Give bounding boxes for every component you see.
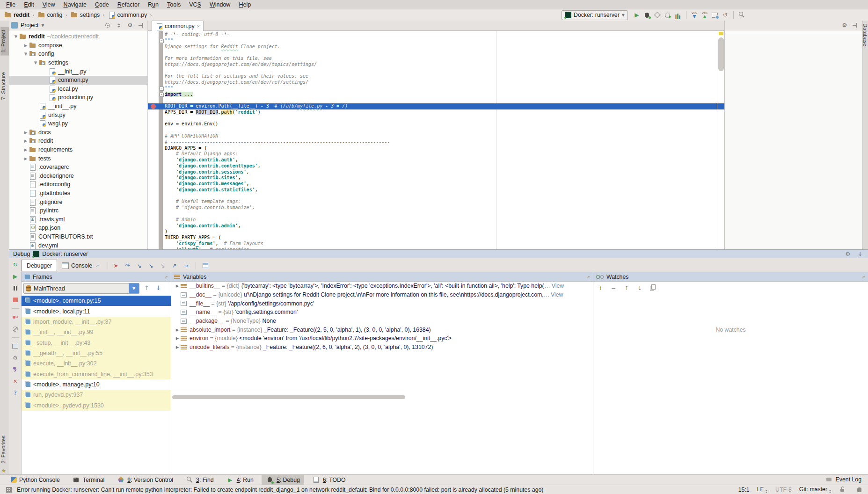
tree-item-__init__-py[interactable]: __init__.py <box>9 67 147 76</box>
tab-console[interactable]: Console ↗ <box>57 260 104 271</box>
view-breakpoints-icon[interactable] <box>11 313 20 321</box>
toolwindow-button-4-run[interactable]: ▶4: Run <box>222 475 258 485</box>
stack-frame[interactable]: _setup, __init__.py:43 <box>22 337 171 348</box>
tree-item--gitignore[interactable]: .gitignore <box>9 197 147 206</box>
tree-collapse-icon[interactable]: ▼ <box>13 34 19 39</box>
tree-item-common-py[interactable]: common.py <box>9 76 147 85</box>
menu-code[interactable]: Code <box>91 0 113 9</box>
toolwindow-button-python-console[interactable]: Python Console <box>7 475 64 485</box>
tree-expand-icon[interactable]: ▶ <box>23 156 29 161</box>
tree-item-CONTRIBUTORS-txt[interactable]: CONTRIBUTORS.txt <box>9 232 147 241</box>
help-icon[interactable]: ? <box>11 389 20 397</box>
line-ending-select[interactable]: LF <box>757 486 768 493</box>
code-editor[interactable]: # -*- coding: utf-8 -*-"""Django setting… <box>148 31 724 249</box>
stack-frame[interactable]: run, pydevd.py:937 <box>22 390 171 400</box>
fold-collapse-icon[interactable]: − <box>160 39 164 43</box>
tree-expand-icon[interactable]: ▶ <box>23 147 29 152</box>
resume-icon[interactable]: ▶ <box>11 272 20 281</box>
stack-frame[interactable]: __init__, __init__.py:99 <box>22 327 171 337</box>
variable-row[interactable]: ▶absolute_import = {instance} _Feature: … <box>171 325 593 334</box>
status-grid-icon[interactable] <box>5 486 13 494</box>
stack-frame[interactable]: <module>, local.py:11 <box>22 306 171 316</box>
tool-stripe-tab-structure[interactable]: 7: Structure <box>0 69 9 102</box>
toolwindow-button-6-todo[interactable]: 6: TODO <box>308 475 350 485</box>
run-icon[interactable]: ▶ <box>633 11 641 19</box>
menu-view[interactable]: View <box>38 0 59 9</box>
remove-icon[interactable]: − <box>609 284 618 292</box>
breadcrumb-item-settings[interactable]: settings <box>70 12 100 18</box>
navigate-icon[interactable] <box>115 21 123 29</box>
show-execution-point-icon[interactable]: ➤ <box>112 262 120 270</box>
caret-position[interactable]: 15:1 <box>738 487 750 493</box>
step-into-icon[interactable]: ↘ <box>135 262 144 270</box>
event-log-button[interactable]: Event Log <box>825 474 861 485</box>
tree-item-local-py[interactable]: local.py <box>9 85 147 94</box>
run-to-cursor-icon[interactable]: ⇥ <box>182 262 190 270</box>
frame-up-icon[interactable]: ↑ <box>144 284 149 291</box>
frame-down-icon[interactable]: ↓ <box>156 284 161 291</box>
toolwindow-button-5-debug[interactable]: 5: Debug <box>262 475 304 485</box>
tab-debugger[interactable]: Debugger <box>22 260 57 271</box>
mute-breakpoints-icon[interactable] <box>11 325 20 333</box>
hide-bottom-icon[interactable]: ↓ <box>856 250 864 258</box>
stack-frame[interactable]: <module>, pydevd.py:1530 <box>22 400 171 410</box>
menu-window[interactable]: Window <box>205 0 234 9</box>
concurrency-icon[interactable] <box>674 11 682 19</box>
toolwindow-button-9-version-control[interactable]: 9: Version Control <box>112 475 177 485</box>
variable-row[interactable]: __doc__ = {unicode} u'\nDjango settings … <box>171 291 593 299</box>
rerun-icon[interactable]: ↻ <box>11 261 20 269</box>
add-icon[interactable]: + <box>596 284 605 292</box>
force-step-into-icon[interactable]: ↘ <box>159 262 167 270</box>
move-up-icon[interactable]: ↑ <box>622 284 631 292</box>
variable-row[interactable]: __package__ = {NoneType} None <box>171 317 593 326</box>
fold-expand-icon[interactable]: + <box>160 93 164 97</box>
tree-item--editorconfig[interactable]: .editorconfig <box>9 180 147 189</box>
breadcrumb-item-reddit[interactable]: reddit <box>4 12 29 18</box>
tree-item-tests[interactable]: ▶tests <box>9 154 147 163</box>
menu-file[interactable]: File <box>2 0 20 9</box>
stack-frame[interactable]: __getattr__, __init__.py:55 <box>22 348 171 358</box>
tree-item--travis-yml[interactable]: .travis.yml <box>9 215 147 224</box>
tool-stripe-tab-favorites[interactable]: 2: Favorites <box>0 433 9 466</box>
tree-item-config[interactable]: ▼config <box>9 50 147 58</box>
step-into-my-code-icon[interactable]: ↘ <box>147 262 155 270</box>
thread-dropdown-button[interactable]: ▼ <box>129 283 139 293</box>
tree-collapse-icon[interactable]: ▼ <box>23 51 29 56</box>
error-stripe-mark[interactable] <box>719 32 723 35</box>
fold-collapse-icon[interactable]: − <box>160 87 164 91</box>
tree-item--dockerignore[interactable]: .dockerignore <box>9 172 147 181</box>
settings-icon[interactable]: ⚙ <box>840 21 849 29</box>
tree-item-requirements[interactable]: ▶requirements <box>9 145 147 154</box>
coverage-icon[interactable] <box>653 11 662 19</box>
vcs-commit-icon[interactable]: VCS▲ <box>700 11 709 19</box>
menu-navigate[interactable]: Navigate <box>59 0 91 9</box>
tree-item--coveragerc[interactable]: .coveragerc <box>9 163 147 172</box>
stack-frame[interactable]: import_module, __init__.py:37 <box>22 317 171 327</box>
debug-icon[interactable] <box>643 11 651 19</box>
stack-frame[interactable]: <module>, common.py:15 <box>22 296 171 306</box>
expand-icon[interactable]: ▶ <box>174 345 181 349</box>
settings-icon[interactable]: ⚙ <box>844 250 852 258</box>
tree-item-reddit[interactable]: ▼reddit~/cookiecutter/reddit <box>9 32 147 41</box>
pin-icon[interactable] <box>11 365 20 374</box>
revert-icon[interactable]: ↺ <box>721 11 729 19</box>
menu-help[interactable]: Help <box>234 0 255 9</box>
duplicate-icon[interactable] <box>649 284 657 292</box>
expand-icon[interactable]: ▶ <box>174 336 181 341</box>
run-configuration-select[interactable]: Docker: runserver ▼ <box>562 10 628 20</box>
variable-row[interactable]: ▶environ = {module} <module 'environ' fr… <box>171 334 593 343</box>
step-over-icon[interactable]: ↷ <box>124 262 132 270</box>
menu-refactor[interactable]: Refactor <box>113 0 144 9</box>
tree-expand-icon[interactable]: ▶ <box>23 130 29 135</box>
variable-row[interactable]: __name__ = {str} 'config.settings.common… <box>171 308 593 317</box>
project-view-dropdown-icon[interactable]: ▼ <box>41 23 44 28</box>
tree-item-docs[interactable]: ▶docs <box>9 128 147 137</box>
variable-row[interactable]: __file__ = {str} '/app/config/settings/c… <box>171 299 593 308</box>
expand-icon[interactable]: ▶ <box>174 327 181 332</box>
git-branch-select[interactable]: Git: master <box>799 486 832 493</box>
search-everywhere-icon[interactable] <box>737 11 746 19</box>
breadcrumb-item-config[interactable]: config <box>37 12 63 18</box>
variables-hscrollbar[interactable] <box>172 395 405 399</box>
breadcrumb-item-common-py[interactable]: common.py <box>108 12 147 18</box>
stop-icon[interactable] <box>11 296 20 304</box>
